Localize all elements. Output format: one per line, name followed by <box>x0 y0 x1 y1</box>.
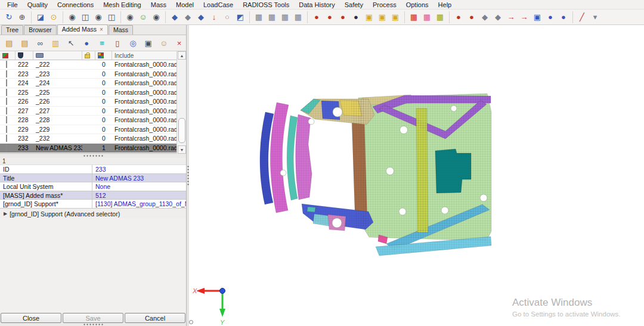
remove-selection-icon[interactable]: ◆ <box>181 11 194 23</box>
row-checkbox[interactable] <box>6 98 7 105</box>
select-arrow-icon[interactable]: ↖ <box>64 37 78 49</box>
tab-browser[interactable]: Browser <box>24 25 57 35</box>
row-checkbox[interactable] <box>6 144 7 151</box>
display-state-icon[interactable] <box>0 51 16 60</box>
menu-file[interactable]: File <box>2 1 23 9</box>
menu-mass[interactable]: Mass <box>146 1 171 9</box>
model-canvas[interactable]: X Y <box>189 25 644 326</box>
table-row[interactable]: 222_2220Frontalcrash_0000.rad <box>0 60 177 70</box>
table-row[interactable]: 223_2230Frontalcrash_0000.rad <box>0 70 177 79</box>
part-pick-icon[interactable]: ◆ <box>478 11 491 23</box>
mesh-yellow-icon[interactable]: ▦ <box>434 11 447 23</box>
property-value[interactable]: New ADMAS 233 <box>92 174 186 182</box>
show-entity-icon[interactable]: ◉ <box>66 11 79 23</box>
card-mass-icon[interactable]: ▣ <box>363 11 376 23</box>
arrow-card-icon[interactable]: → <box>518 11 531 23</box>
menu-model[interactable]: Model <box>171 1 199 9</box>
row-checkbox[interactable] <box>6 107 7 114</box>
card-pin-icon[interactable]: ▣ <box>389 11 402 23</box>
table-scrollbar[interactable]: ▲ ▼ <box>177 51 186 154</box>
sphere-pick-red-icon[interactable]: ● <box>452 11 465 23</box>
table-props-splitter[interactable] <box>0 154 186 158</box>
view-cube-icon[interactable]: ◪ <box>34 11 47 23</box>
menu-connections[interactable]: Connections <box>52 1 98 9</box>
viewport-grip-icon[interactable] <box>189 320 193 324</box>
table-row[interactable]: 225_2250Frontalcrash_0000.rad <box>0 88 177 98</box>
row-checkbox[interactable] <box>6 89 7 96</box>
part-card-icon[interactable]: ◆ <box>491 11 504 23</box>
zoom-icon[interactable]: ⊕ <box>16 11 29 23</box>
sphere-card-red-icon[interactable]: ● <box>465 11 478 23</box>
add-card-icon[interactable]: ▤ <box>2 37 16 49</box>
property-value[interactable]: 233 <box>92 165 186 173</box>
save-card-icon[interactable]: ▣ <box>141 37 155 49</box>
save-button[interactable]: Save <box>63 313 123 323</box>
row-checkbox[interactable] <box>6 61 7 68</box>
row-checkbox[interactable] <box>6 70 7 77</box>
show-card-icon[interactable]: ▥ <box>49 37 63 49</box>
show-box-icon[interactable]: ◫ <box>79 11 92 23</box>
row-checkbox[interactable] <box>6 126 7 133</box>
menu-mesh-editing[interactable]: Mesh Editing <box>98 1 146 9</box>
title-card-icon[interactable] <box>33 51 82 60</box>
menu-help[interactable]: Help <box>434 1 457 9</box>
mass-node-icon[interactable]: ● <box>310 11 323 23</box>
include-color-icon[interactable] <box>95 51 112 60</box>
property-value[interactable]: None <box>92 182 186 191</box>
table-row-selected[interactable]: 233New ADMAS 2331Frontalcrash_0000.rad <box>0 144 177 153</box>
node-dark-icon[interactable]: ● <box>349 11 363 23</box>
refresh-icon[interactable]: ↻ <box>2 11 16 23</box>
tab-added-mass[interactable]: Added Mass × <box>57 24 108 35</box>
cube-rotate-icon[interactable]: ▦ <box>278 11 292 23</box>
model-viewport[interactable]: X Y Activate Windows Go to Settings to a… <box>189 25 644 326</box>
add-selection-icon[interactable]: ◆ <box>168 11 181 23</box>
tree-link-icon[interactable]: ≡ <box>95 37 109 49</box>
tab-tree[interactable]: Tree <box>1 25 23 35</box>
mass-cluster-icon[interactable]: ● <box>323 11 336 23</box>
menu-data-history[interactable]: Data History <box>294 1 340 9</box>
save-view-icon[interactable]: ◉ <box>123 11 137 23</box>
sphere-pick-blue-icon[interactable]: ● <box>544 11 557 23</box>
spring-icon[interactable]: ╱ <box>575 11 589 23</box>
advanced-selector-row[interactable]: ▶ [grnod_ID] Support (Advanced selector) <box>0 209 186 218</box>
more-icon[interactable]: ▾ <box>589 11 602 23</box>
scroll-up-icon[interactable]: ▲ <box>178 51 186 60</box>
expand-arrow-icon[interactable]: ▶ <box>4 211 7 216</box>
scroll-down-icon[interactable]: ▼ <box>178 145 186 154</box>
scrollbar-thumb[interactable] <box>178 118 185 143</box>
bottom-splitter[interactable] <box>0 323 186 326</box>
row-checkbox[interactable] <box>6 116 7 123</box>
table-row[interactable]: 229_2290Frontalcrash_0000.rad <box>0 125 177 135</box>
show-add-icon[interactable]: ◉ <box>92 11 105 23</box>
id-shield-icon[interactable] <box>16 51 33 60</box>
row-checkbox[interactable] <box>6 79 7 86</box>
rotate-view-icon[interactable]: ◩ <box>234 11 247 23</box>
menu-quality[interactable]: Quality <box>23 1 52 9</box>
sphere-card-blue-icon[interactable]: ● <box>557 11 570 23</box>
include-column-header[interactable]: Include <box>112 51 177 60</box>
tab-mass[interactable]: Mass <box>109 25 133 35</box>
row-checkbox[interactable] <box>6 135 7 142</box>
menu-process[interactable]: Process <box>368 1 401 9</box>
card-info-icon[interactable]: ▣ <box>376 11 389 23</box>
cube-move-icon[interactable]: ▦ <box>265 11 278 23</box>
review-glasses-icon[interactable]: ∞ <box>33 37 47 49</box>
table-row[interactable]: 227_2270Frontalcrash_0000.rad <box>0 107 177 116</box>
mesh-red-icon[interactable]: ▦ <box>407 11 420 23</box>
menu-radioss-tools[interactable]: RADIOSS Tools <box>238 1 294 9</box>
menu-safety[interactable]: Safety <box>340 1 368 9</box>
person-display-icon[interactable]: ☺ <box>137 11 150 23</box>
card-display-icon[interactable]: ◉ <box>150 11 163 23</box>
mass-pick-icon[interactable]: ● <box>336 11 349 23</box>
lock-icon[interactable] <box>82 51 95 60</box>
card-pick-blue-icon[interactable]: ▣ <box>531 11 544 23</box>
mesh-pink-icon[interactable]: ▦ <box>420 11 434 23</box>
table-row[interactable]: 228_2280Frontalcrash_0000.rad <box>0 116 177 125</box>
single-selection-icon[interactable]: ◆ <box>194 11 208 23</box>
table-row[interactable]: 226_2260Frontalcrash_0000.rad <box>0 97 177 107</box>
close-button[interactable]: Close <box>1 313 61 323</box>
cube-iso-icon[interactable]: ▦ <box>252 11 265 23</box>
show-frame-icon[interactable]: ◫ <box>105 11 118 23</box>
model-checker-icon[interactable]: ☺ <box>157 37 171 49</box>
vector-down-icon[interactable]: ↓ <box>208 11 221 23</box>
